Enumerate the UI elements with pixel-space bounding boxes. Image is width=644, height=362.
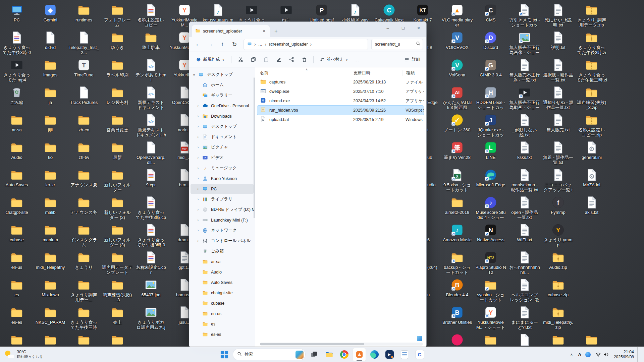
sidebar-item-en-us[interactable]: en-us: [191, 308, 254, 319]
desktop-icon[interactable]: manisekann - 親作品一覧.txt: [509, 168, 540, 192]
desktop-icon[interactable]: NNative Access: [475, 223, 506, 242]
tray-app-icon[interactable]: [585, 352, 591, 357]
sidebar-item-ar-sa[interactable]: ar-sa: [191, 256, 254, 267]
desktop-icon[interactable]: 新しいフォルダー (3): [102, 223, 133, 247]
chevron-right-icon[interactable]: ›: [195, 187, 201, 191]
desktop-icon[interactable]: きょうり食ってた午後3時-01.cpr: [1, 31, 32, 55]
desktop-icon[interactable]: LLINE: [475, 141, 506, 160]
desktop-icon[interactable]: きょうり食ってた午後3時.cpr: [136, 196, 166, 220]
taskbar-app-task-view[interactable]: [307, 348, 321, 361]
sidebar-item--[interactable]: ∨デスクトップ: [191, 69, 254, 80]
desktop-icon[interactable]: CCMS: [475, 3, 506, 22]
desktop-icon[interactable]: X9.5.xlsx - ショートカット: [442, 168, 473, 192]
desktop-icon[interactable]: きょうり調声用デー...: [68, 278, 99, 302]
desktop-icon[interactable]: ♪Amazon Music: [442, 223, 473, 242]
desktop-icon[interactable]: きょうりボカロ調声用ムネ.jpg: [136, 306, 166, 330]
desktop-icon[interactable]: cubase.zip: [543, 278, 574, 297]
desktop-icon[interactable]: 無人販売不正行為動画 - ショートカット: [509, 86, 540, 110]
desktop-icon[interactable]: 無人販売不正行為画像 - ショートカッ...: [509, 31, 540, 55]
column-header-name[interactable]: 名前: [260, 70, 350, 76]
sidebar-item--[interactable]: ホーム: [191, 80, 254, 90]
delete-button[interactable]: [298, 54, 310, 65]
desktop-icon[interactable]: Microsoft Edge: [475, 168, 506, 187]
chevron-right-icon[interactable]: ›: [195, 114, 201, 118]
chevron-right-icon[interactable]: ›: [195, 239, 201, 243]
desktop-icon[interactable]: 無人販売不正行為 - 一覧.txt: [509, 58, 540, 82]
desktop-icon[interactable]: [543, 333, 574, 347]
sort-button[interactable]: 並べ替え ∨: [317, 54, 351, 65]
taskbar-app-clipchamp[interactable]: C: [413, 348, 426, 361]
start-button[interactable]: [218, 348, 231, 361]
tab-close-icon[interactable]: ×: [261, 28, 267, 34]
chevron-down-icon[interactable]: ∨: [191, 73, 197, 76]
file-row[interactable]: cwebp.exe2025/07/10 7:10アプリケーション: [257, 87, 424, 96]
horizontal-scrollbar[interactable]: [260, 343, 423, 346]
desktop-icon[interactable]: 最新: [102, 141, 133, 160]
desktop-icon[interactable]: PC: [1, 3, 32, 22]
sidebar-item-es-es[interactable]: es-es: [191, 329, 254, 340]
sidebar-item-onedrive-personal[interactable]: ›OneDrive - Personal: [191, 101, 254, 111]
desktop-icon[interactable]: 調声用データテンプレート: [102, 251, 133, 275]
desktop-icon[interactable]: 名称未設定1 - コピー: [136, 3, 166, 27]
show-desktop-button[interactable]: [637, 347, 639, 362]
desktop-icon[interactable]: es: [1, 278, 32, 297]
desktop-icon[interactable]: MoZA.ini: [576, 168, 607, 187]
desktop-icon[interactable]: 無人販売.txt: [543, 113, 574, 132]
sidebar-item-cubase[interactable]: cubase: [191, 298, 254, 308]
desktop-icon[interactable]: 通知りせぬ - 親作品一覧.txt: [543, 86, 574, 110]
desktop-icon[interactable]: AIかんたん!AITalk 3 関西風: [442, 86, 473, 110]
new-item-button[interactable]: ⊕ 新規作成 ∨: [193, 54, 228, 65]
desktop-icon[interactable]: [102, 333, 133, 347]
desktop-icon[interactable]: PUntitled.ppsf: [306, 3, 337, 22]
forward-button[interactable]: →: [205, 39, 216, 50]
desktop-icon[interactable]: 調声練習(失敗)_3: [102, 278, 133, 302]
taskbar-app-notepad[interactable]: [398, 348, 411, 361]
desktop-icon[interactable]: ゆうき: [102, 31, 133, 50]
sidebar-item-bd-re-d-mrpc2[interactable]: ›BD-RE ドライブ (D:) MrPC2: [191, 204, 254, 215]
desktop-icon[interactable]: 営業日変更: [102, 113, 133, 132]
sidebar-item-auto-saves[interactable]: Auto Saves: [191, 277, 254, 288]
desktop-icon[interactable]: KTKontakt 7: [407, 3, 438, 22]
desktop-icon[interactable]: ヘルスコンプレッション_歌詞.txt: [509, 278, 540, 302]
scrollbar-thumb[interactable]: [260, 343, 364, 345]
desktop-icon[interactable]: 名称未設定1 - コピー.zip: [576, 113, 607, 137]
close-button[interactable]: ×: [411, 22, 426, 34]
desktop-icon[interactable]: NKSC_PARAM: [35, 306, 66, 325]
desktop-icon[interactable]: runtimes: [68, 3, 99, 22]
network-volume-group[interactable]: [594, 352, 610, 357]
desktop-icon[interactable]: アナウンス夏: [68, 168, 99, 187]
desktop-icon[interactable]: ♪小銭騒ぎ.wav: [340, 3, 371, 22]
up-button[interactable]: ↑: [217, 39, 228, 50]
desktop-icon[interactable]: Yきょうり.ymmp: [543, 223, 574, 247]
desktop-icon[interactable]: maniuta: [35, 223, 66, 242]
desktop-icon[interactable]: レジ袋有料: [102, 86, 133, 105]
desktop-icon[interactable]: backup - ショートカット: [442, 251, 473, 275]
desktop-icon[interactable]: zh-tw: [68, 141, 99, 160]
sidebar-item--[interactable]: ›ピクチャ: [191, 142, 254, 153]
desktop-icon[interactable]: _起動しない 絵.txt: [509, 113, 540, 137]
back-button[interactable]: ←: [193, 39, 204, 50]
chevron-right-icon[interactable]: ›: [195, 145, 201, 149]
desktop-icon[interactable]: es-es: [1, 306, 32, 325]
desktop-icon[interactable]: Audio: [1, 141, 32, 160]
desktop-icon[interactable]: 選択肢 - 親作品一覧.txt: [543, 58, 574, 82]
file-row[interactable]: run_hidden.vbs2025/08/09 21:26VBScript S…: [257, 106, 424, 115]
desktop-icon[interactable]: [576, 333, 607, 347]
desktop-icon[interactable]: VVOICEVOX: [442, 31, 473, 50]
sidebar-item-audio[interactable]: Audio: [191, 267, 254, 277]
chevron-right-icon[interactable]: ›: [195, 135, 201, 139]
desktop-icon[interactable]: 筆筆まめ Ver.28: [442, 141, 473, 160]
sidebar-item--[interactable]: ›ドキュメント: [191, 132, 254, 142]
desktop-icon[interactable]: Audio.zip: [543, 251, 574, 270]
sidebar-item--[interactable]: ›デスクトップ: [191, 121, 254, 132]
chevron-right-icon[interactable]: ›: [195, 177, 201, 180]
sidebar-item-kano-yukinori[interactable]: ›Kano Yukinori: [191, 173, 254, 184]
chevron-right-icon[interactable]: ›: [195, 208, 201, 212]
desktop-icon[interactable]: 万引きメモ.txt - ショートカット: [509, 3, 540, 27]
desktop-icon[interactable]: TTimeTune: [68, 58, 99, 77]
desktop-icon[interactable]: NT2Piapro Studio NT2: [475, 251, 506, 275]
breadcrumb-ellipsis[interactable]: …: [258, 42, 263, 47]
more-options-button[interactable]: …: [352, 54, 362, 65]
refresh-button[interactable]: ↻: [229, 39, 240, 50]
desktop-icon[interactable]: [1, 333, 32, 347]
